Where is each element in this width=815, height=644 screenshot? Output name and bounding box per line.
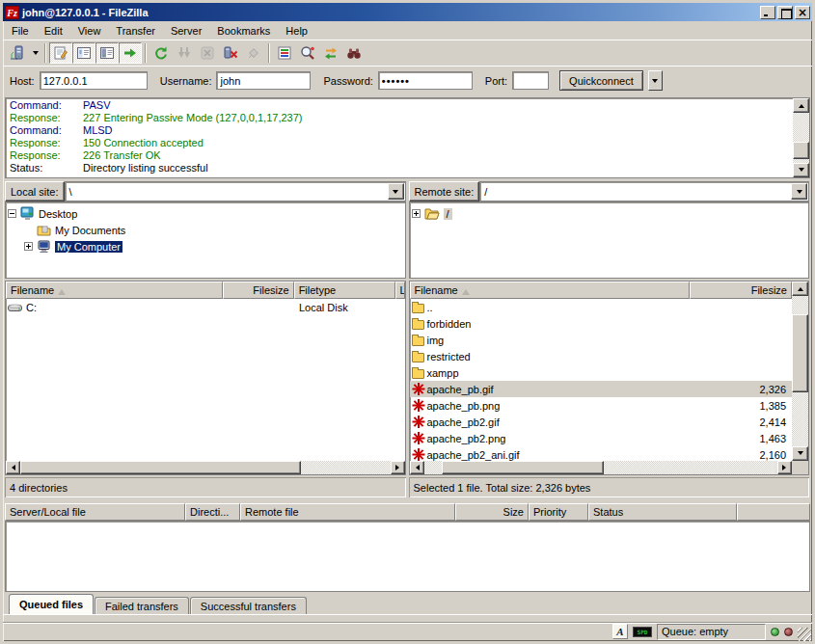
password-input[interactable] [378, 71, 473, 90]
collapse-expander[interactable] [8, 209, 16, 218]
toggle-remote-tree-button[interactable] [95, 42, 119, 64]
cancel-operation-button[interactable] [196, 42, 219, 64]
scroll-track[interactable] [793, 113, 809, 163]
remote-vertical-scrollbar[interactable] [792, 282, 808, 461]
log-vertical-scrollbar[interactable] [793, 98, 809, 177]
tab-queued-files[interactable]: Queued files [9, 594, 94, 614]
find-files-button[interactable] [342, 42, 366, 64]
local-directory-tree: Desktop My Documents My Computer [5, 201, 406, 279]
maximize-button[interactable] [777, 6, 793, 19]
queue-column-empty[interactable] [737, 503, 810, 521]
menu-bookmarks[interactable]: Bookmarks [209, 23, 278, 39]
titlebar[interactable]: john@127.0.0.1 - FileZilla [3, 3, 812, 21]
menu-transfer[interactable]: Transfer [108, 23, 163, 39]
speed-limit-indicator-icon[interactable] [633, 627, 652, 637]
data-type-ascii-icon[interactable] [612, 624, 628, 639]
menu-file[interactable]: File [4, 23, 37, 39]
local-horizontal-scrollbar[interactable] [6, 461, 405, 474]
scroll-down-button[interactable] [793, 163, 809, 177]
remote-site-header: Remote site: / [409, 181, 810, 201]
scroll-right-button[interactable] [777, 461, 792, 474]
minimize-button[interactable] [760, 6, 775, 19]
queue-column-direction[interactable]: Directi... [185, 503, 240, 521]
quickconnect-dropdown-button[interactable] [648, 70, 663, 91]
scroll-right-button[interactable] [391, 461, 405, 474]
process-queue-button[interactable] [173, 42, 196, 64]
remote-site-combo[interactable]: / [479, 181, 809, 201]
expand-expander[interactable] [24, 242, 33, 251]
queue-column-remote-file[interactable]: Remote file [240, 503, 455, 521]
local-treeview-icon [76, 45, 92, 61]
local-file-row[interactable]: C: Local Disk [6, 299, 405, 315]
remote-file-row[interactable]: apache_pb2.gif 2,414 [410, 414, 793, 430]
site-manager-dropdown-button[interactable] [29, 42, 41, 64]
toggle-message-log-button[interactable] [49, 42, 72, 64]
quickconnect-button[interactable]: Quickconnect [559, 70, 643, 91]
scroll-thumb[interactable] [792, 314, 808, 392]
scroll-up-button[interactable] [793, 98, 809, 113]
tab-failed-transfers[interactable]: Failed transfers [95, 597, 189, 614]
column-filesize[interactable]: Filesize [690, 282, 793, 299]
tree-item-my-computer[interactable]: My Computer [8, 238, 403, 255]
expand-expander[interactable] [412, 209, 421, 218]
scroll-left-button[interactable] [6, 461, 20, 474]
column-filetype[interactable]: Filetype [294, 282, 395, 299]
menu-help[interactable]: Help [278, 23, 315, 39]
remote-file-row[interactable]: forbidden [410, 315, 793, 332]
menu-view[interactable]: View [70, 23, 109, 39]
port-input[interactable] [512, 71, 549, 90]
directory-comparison-button[interactable] [296, 42, 319, 64]
menu-edit[interactable]: Edit [37, 23, 70, 39]
tree-item-my-documents[interactable]: My Documents [8, 222, 403, 238]
remote-file-row[interactable]: xampp [410, 364, 793, 381]
remote-horizontal-scrollbar[interactable] [410, 461, 793, 474]
local-site-dropdown-button[interactable] [388, 183, 404, 200]
tree-panes: Local site: \ Desktop My Documents [3, 179, 812, 279]
remote-file-row-selected[interactable]: apache_pb.gif 2,326 [410, 381, 793, 397]
scroll-thumb[interactable] [793, 142, 809, 159]
column-filename[interactable]: Filename [410, 282, 690, 299]
remote-file-row[interactable]: apache_pb.png 1,385 [410, 397, 793, 414]
tab-successful-transfers[interactable]: Successful transfers [190, 597, 307, 614]
local-status-text: 4 directories [5, 477, 406, 497]
queue-column-status[interactable]: Status [588, 503, 737, 521]
scroll-up-button[interactable] [792, 282, 808, 296]
directory-filter-button[interactable] [273, 42, 296, 64]
host-input[interactable] [40, 71, 148, 90]
scroll-down-button[interactable] [792, 446, 808, 461]
scroll-thumb[interactable] [442, 461, 605, 474]
scroll-left-button[interactable] [410, 461, 424, 474]
column-last-modified[interactable]: L [395, 282, 405, 299]
scroll-track[interactable] [424, 461, 778, 474]
column-filename[interactable]: Filename [6, 282, 223, 299]
refresh-button[interactable] [149, 42, 173, 64]
remote-file-row[interactable]: img [410, 332, 793, 348]
resize-grip[interactable] [798, 628, 811, 641]
scroll-thumb[interactable] [20, 461, 301, 474]
close-button[interactable] [795, 6, 810, 19]
column-filesize[interactable]: Filesize [223, 282, 293, 299]
queue-column-server-local-file[interactable]: Server/Local file [5, 503, 185, 521]
remote-file-row[interactable]: .. [410, 299, 793, 315]
tree-item-root[interactable]: / [412, 205, 807, 222]
tree-item-desktop[interactable]: Desktop [8, 205, 403, 222]
toggle-transfer-queue-button[interactable] [119, 42, 142, 64]
username-input[interactable] [216, 71, 311, 90]
remote-file-row[interactable]: apache_pb2.png 1,463 [410, 430, 793, 446]
site-manager-button[interactable] [6, 42, 29, 64]
remote-file-row[interactable]: restricted [410, 348, 793, 364]
local-site-combo[interactable]: \ [65, 181, 406, 201]
remote-site-dropdown-button[interactable] [791, 183, 807, 200]
synchronized-browsing-button[interactable] [319, 42, 342, 64]
scroll-track[interactable] [792, 296, 808, 446]
queue-column-size[interactable]: Size [455, 503, 529, 521]
arrow-left-icon [9, 465, 15, 470]
menu-server[interactable]: Server [163, 23, 209, 39]
scroll-track[interactable] [20, 461, 391, 474]
username-label: Username: [160, 75, 212, 87]
queue-column-priority[interactable]: Priority [529, 503, 588, 521]
disconnect-button[interactable] [219, 42, 242, 64]
toggle-local-tree-button[interactable] [72, 42, 95, 64]
reconnect-button[interactable] [242, 42, 265, 64]
remote-file-row[interactable]: apache_pb2_ani.gif 2,160 [410, 446, 793, 461]
